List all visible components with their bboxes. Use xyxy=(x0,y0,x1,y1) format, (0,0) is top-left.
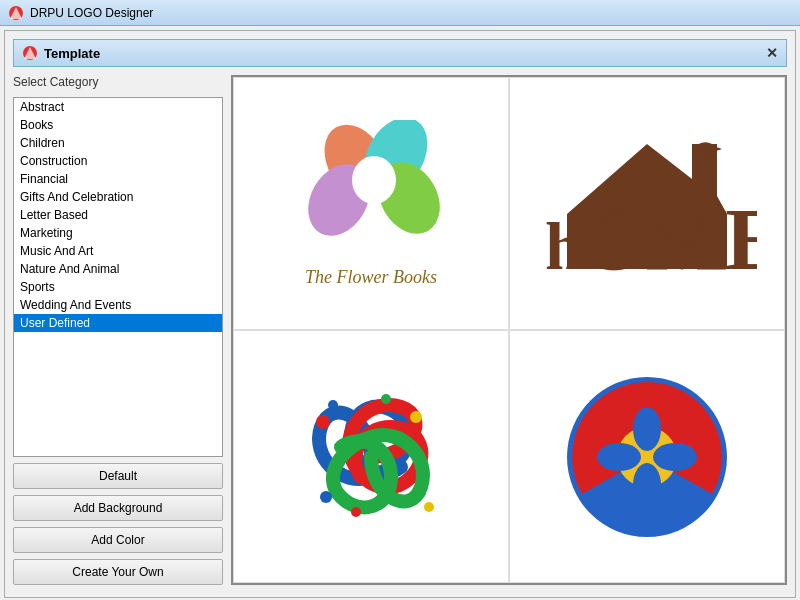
category-item-books[interactable]: Books xyxy=(14,116,222,134)
svg-point-23 xyxy=(633,463,661,507)
flower-text: The Flower Books xyxy=(291,267,451,288)
svg-point-13 xyxy=(328,400,338,410)
circle-svg xyxy=(557,367,737,547)
category-item-wedding[interactable]: Wedding And Events xyxy=(14,296,222,314)
main-content: Select Category Abstract Books Children … xyxy=(13,75,787,585)
app-icon xyxy=(8,5,24,21)
svg-text:hOME: hOME xyxy=(545,191,757,284)
action-buttons: Default Add Background Add Color Create … xyxy=(13,463,223,585)
add-background-button[interactable]: Add Background xyxy=(13,495,223,521)
svg-point-8 xyxy=(352,156,396,204)
category-item-marketing[interactable]: Marketing xyxy=(14,224,222,242)
title-bar-left: DRPU LOGO Designer xyxy=(8,5,153,21)
main-window: Template ✕ Select Category Abstract Book… xyxy=(4,30,796,598)
svg-point-15 xyxy=(424,502,434,512)
svg-point-18 xyxy=(351,507,361,517)
dialog-title-text: Template xyxy=(44,46,100,61)
left-panel: Select Category Abstract Books Children … xyxy=(13,75,223,585)
category-item-children[interactable]: Children xyxy=(14,134,222,152)
category-item-letter[interactable]: Letter Based xyxy=(14,206,222,224)
create-your-own-button[interactable]: Create Your Own xyxy=(13,559,223,585)
category-list[interactable]: Abstract Books Children Construction Fin… xyxy=(13,97,223,457)
category-item-gifts[interactable]: Gifts And Celebration xyxy=(14,188,222,206)
category-item-sports[interactable]: Sports xyxy=(14,278,222,296)
logo-cell-flower[interactable]: The Flower Books xyxy=(233,77,509,330)
logo-grid: The Flower Books hOME xyxy=(231,75,787,585)
app-title: DRPU LOGO Designer xyxy=(30,6,153,20)
category-item-financial[interactable]: Financial xyxy=(14,170,222,188)
default-button[interactable]: Default xyxy=(13,463,223,489)
dialog-icon xyxy=(22,45,38,61)
category-item-music[interactable]: Music And Art xyxy=(14,242,222,260)
home-svg: hOME xyxy=(537,124,757,284)
dialog-title-bar: Template ✕ xyxy=(13,39,787,67)
category-item-nature[interactable]: Nature And Animal xyxy=(14,260,222,278)
category-item-user-defined[interactable]: User Defined xyxy=(14,314,222,332)
svg-point-14 xyxy=(412,485,426,499)
svg-point-12 xyxy=(316,415,330,429)
logo-cell-circle[interactable] xyxy=(509,330,785,583)
flower-logo: The Flower Books xyxy=(291,120,451,288)
add-color-button[interactable]: Add Color xyxy=(13,527,223,553)
category-item-construction[interactable]: Construction xyxy=(14,152,222,170)
category-item-abstract[interactable]: Abstract xyxy=(14,98,222,116)
logo-cell-home[interactable]: hOME xyxy=(509,77,785,330)
dialog-close-button[interactable]: ✕ xyxy=(766,45,778,61)
svg-point-25 xyxy=(653,443,697,471)
svg-point-24 xyxy=(597,443,641,471)
svg-point-17 xyxy=(410,411,422,423)
select-category-label: Select Category xyxy=(13,75,223,89)
svg-point-22 xyxy=(633,407,661,451)
svg-point-19 xyxy=(381,394,391,404)
flower-svg xyxy=(291,120,451,260)
app-title-bar: DRPU LOGO Designer xyxy=(0,0,800,26)
svg-point-16 xyxy=(320,491,332,503)
logo-cell-swirl[interactable] xyxy=(233,330,509,583)
swirl-svg xyxy=(271,357,471,557)
